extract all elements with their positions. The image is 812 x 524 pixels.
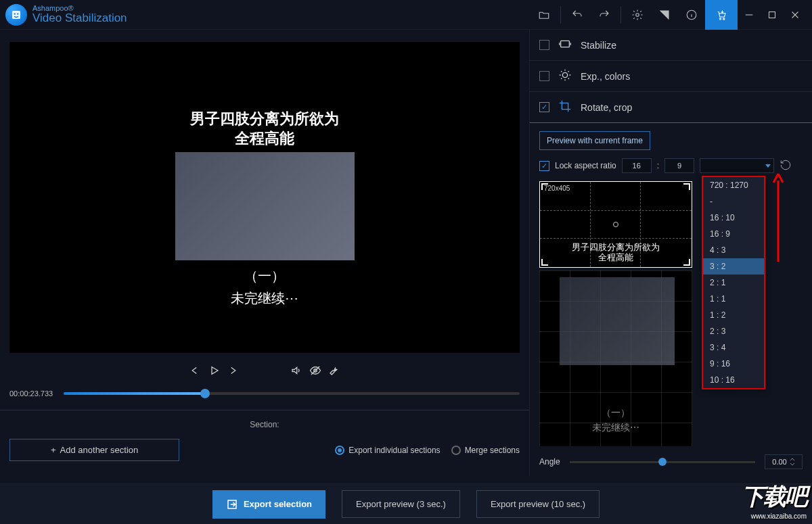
rotatecrop-checkbox[interactable]	[539, 102, 549, 112]
preview-current-frame-button[interactable]: Preview with current frame	[539, 131, 650, 150]
left-pane: 男子四肢分离为所欲为 全程高能 （一） 未完继续⋯ 00:00:	[0, 30, 529, 476]
tools-button[interactable]	[328, 364, 340, 379]
ratio-option[interactable]: 9 : 16	[703, 356, 764, 372]
merge-sections-radio[interactable]: Merge sections	[451, 446, 520, 455]
crop-text-1: 男子四肢分离为所欲为	[572, 242, 660, 252]
crop-icon	[558, 99, 572, 116]
timecode: 00:00:23.733	[9, 389, 57, 398]
right-pane: Stabilize Exp., colors Rotate, crop Prev…	[529, 30, 812, 476]
panel-rotatecrop[interactable]: Rotate, crop	[530, 92, 812, 123]
maximize-button[interactable]	[761, 0, 784, 30]
open-file-button[interactable]	[531, 0, 558, 30]
ratio-option[interactable]: 2 : 3	[703, 323, 764, 339]
ratio-option[interactable]: 1 : 2	[703, 307, 764, 323]
video-text-line1: 男子四肢分离为所欲为	[190, 110, 339, 127]
preview-toggle-button[interactable]	[309, 364, 321, 379]
svg-point-5	[719, 18, 721, 19]
add-section-label: Add another section	[60, 445, 139, 455]
crop-frame[interactable]: 720x405 男子四肢分离为所欲为 全程高能	[539, 181, 692, 268]
crop-dimensions: 720x405	[544, 185, 570, 192]
ratio-option[interactable]: -	[703, 193, 764, 210]
timeline-fill	[64, 392, 205, 395]
angle-thumb[interactable]	[658, 458, 667, 466]
expcolors-label: Exp., colors	[581, 71, 630, 82]
export-individual-label: Export individual sections	[348, 446, 440, 455]
aspect-width-input[interactable]	[622, 158, 652, 173]
ratio-option[interactable]: 2 : 1	[703, 275, 764, 291]
angle-value[interactable]: 0.00	[765, 454, 803, 469]
stabilize-icon	[558, 37, 572, 53]
redo-button[interactable]	[591, 0, 618, 30]
ratio-option[interactable]: 10 : 16	[703, 372, 764, 388]
app-logo	[5, 4, 27, 26]
svg-point-6	[723, 18, 725, 19]
cart-button[interactable]	[705, 0, 738, 30]
panel-expcolors[interactable]: Exp., colors	[530, 61, 812, 92]
stabilize-label: Stabilize	[581, 40, 616, 51]
svg-point-10	[562, 72, 567, 77]
playback-controls	[0, 358, 529, 385]
section-label: Section:	[9, 420, 520, 429]
ratio-option[interactable]: 16 : 9	[703, 226, 764, 242]
rotatecrop-body: Preview with current frame Lock aspect r…	[530, 123, 812, 448]
grid-line	[540, 238, 692, 239]
footer: Export selection Export preview (3 sec.)…	[0, 483, 812, 524]
titlebar: Ashampoo® Video Stabilization	[0, 0, 812, 30]
crop-bg-text2: 未完继续⋯	[539, 422, 692, 434]
stabilize-checkbox[interactable]	[539, 40, 549, 50]
ratio-option[interactable]: 1 : 1	[703, 291, 764, 307]
svg-point-1	[14, 13, 16, 14]
aspect-colon: :	[657, 161, 659, 170]
timeline-thumb[interactable]	[200, 389, 210, 398]
annotation-arrow	[768, 170, 788, 268]
ratio-option[interactable]: 3 : 2	[703, 258, 764, 275]
settings-button[interactable]	[624, 0, 651, 30]
brightness-icon	[558, 68, 572, 85]
ratio-option[interactable]: 4 : 3	[703, 242, 764, 258]
next-frame-button[interactable]	[227, 364, 239, 379]
grid-line	[540, 210, 692, 211]
separator	[560, 6, 561, 24]
add-section-button[interactable]: + Add another section	[9, 439, 179, 461]
export-individual-radio[interactable]: Export individual sections	[335, 446, 440, 455]
minimize-button[interactable]	[738, 0, 761, 30]
play-button[interactable]	[208, 364, 220, 379]
angle-number: 0.00	[772, 458, 786, 466]
volume-button[interactable]	[290, 364, 302, 379]
undo-button[interactable]	[564, 0, 591, 30]
expcolors-checkbox[interactable]	[539, 71, 549, 81]
contrast-button[interactable]	[651, 0, 678, 30]
timeline-slider[interactable]	[64, 392, 520, 395]
info-button[interactable]	[678, 0, 705, 30]
crop-bg-text1: （一）	[539, 407, 692, 419]
aspect-ratio-select[interactable]	[700, 158, 774, 173]
export-selection-label: Export selection	[244, 499, 312, 509]
export-selection-button[interactable]: Export selection	[212, 490, 325, 519]
rotatecrop-label: Rotate, crop	[581, 102, 632, 113]
ratio-option[interactable]: 3 : 4	[703, 339, 764, 356]
section-area: Section: + Add another section Export in…	[0, 410, 529, 467]
export-icon	[226, 498, 238, 510]
brand-bottom: Video Stabilization	[32, 12, 127, 25]
panel-stabilize[interactable]: Stabilize	[530, 30, 812, 61]
video-still	[175, 152, 355, 260]
export-preview-10-button[interactable]: Export preview (10 sec.)	[476, 490, 600, 518]
svg-rect-7	[769, 11, 775, 18]
watermark-url: www.xiazaiba.com	[742, 513, 807, 520]
lock-aspect-checkbox[interactable]	[539, 161, 549, 171]
prev-frame-button[interactable]	[189, 364, 201, 379]
close-button[interactable]	[784, 0, 807, 30]
export-preview-3-button[interactable]: Export preview (3 sec.)	[342, 490, 460, 518]
ratio-option[interactable]: 16 : 10	[703, 210, 764, 226]
aspect-height-input[interactable]	[664, 158, 694, 173]
video-preview[interactable]: 男子四肢分离为所欲为 全程高能 （一） 未完继续⋯	[9, 42, 520, 353]
separator	[621, 6, 621, 24]
crop-handle-tr[interactable]	[683, 183, 690, 190]
video-text-line4: 未完继续⋯	[231, 289, 298, 308]
aspect-ratio-dropdown[interactable]: 720 : 1270-16 : 1016 : 94 : 33 : 22 : 11…	[702, 176, 765, 389]
angle-slider[interactable]	[570, 461, 755, 463]
video-caption-1: 男子四肢分离为所欲为 全程高能	[190, 110, 339, 148]
ratio-option[interactable]: 720 : 1270	[703, 177, 764, 193]
angle-row: Angle 0.00	[530, 448, 812, 476]
radio-icon	[451, 446, 461, 455]
